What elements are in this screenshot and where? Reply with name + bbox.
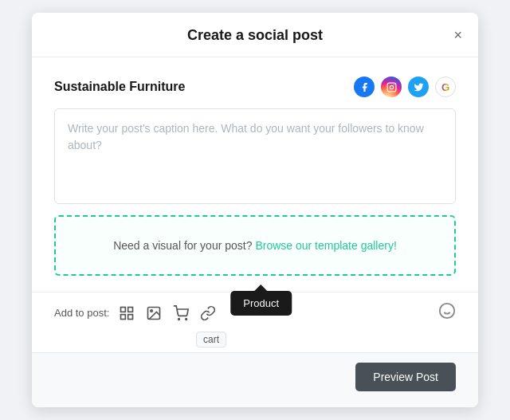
google-g-letter: G xyxy=(441,81,449,93)
modal-header: Create a social post × xyxy=(32,13,478,57)
add-to-post-icons xyxy=(119,305,216,321)
svg-rect-6 xyxy=(128,314,133,319)
cart-tooltip-label: cart xyxy=(196,332,226,347)
close-button[interactable]: × xyxy=(450,25,465,45)
caption-placeholder: Write your post's caption here. What do … xyxy=(68,122,424,151)
layout-grid-icon[interactable] xyxy=(119,305,135,321)
modal-footer: Preview Post xyxy=(32,352,478,407)
svg-rect-0 xyxy=(387,83,396,92)
visual-prompt-text: Need a visual for your post? Browse our … xyxy=(72,239,438,252)
visual-upload-area[interactable]: Need a visual for your post? Browse our … xyxy=(54,215,456,276)
svg-rect-4 xyxy=(128,307,133,312)
add-to-post-left: Add to post: xyxy=(54,305,216,321)
cart-tooltip-row: cart xyxy=(32,332,478,349)
caption-textarea[interactable]: Write your post's caption here. What do … xyxy=(54,108,456,204)
svg-point-10 xyxy=(186,318,187,320)
modal-overlay: Create a social post × Sustainable Furni… xyxy=(0,0,510,420)
emoji-button[interactable] xyxy=(438,302,456,324)
twitter-icon[interactable] xyxy=(408,77,429,97)
google-icon[interactable]: G xyxy=(435,77,456,97)
instagram-icon[interactable] xyxy=(381,77,402,97)
cart-tooltip-wrapper: cart xyxy=(196,332,226,346)
modal-body: Sustainable Furniture G xyxy=(32,57,478,292)
svg-rect-3 xyxy=(121,307,126,312)
brand-name: Sustainable Furniture xyxy=(54,80,185,94)
svg-point-1 xyxy=(390,85,393,88)
modal-title: Create a social post xyxy=(187,27,323,43)
svg-point-2 xyxy=(394,84,394,85)
brand-row: Sustainable Furniture G xyxy=(54,77,456,97)
preview-post-button[interactable]: Preview Post xyxy=(355,363,456,391)
svg-rect-5 xyxy=(121,314,126,319)
visual-prompt-static: Need a visual for your post? xyxy=(113,239,252,252)
create-social-post-modal: Create a social post × Sustainable Furni… xyxy=(32,13,478,407)
product-tooltip: Product xyxy=(230,291,292,316)
social-icons: G xyxy=(354,77,456,97)
svg-point-8 xyxy=(151,309,153,312)
svg-point-11 xyxy=(440,304,454,318)
browse-gallery-link[interactable]: Browse our template gallery! xyxy=(255,239,396,252)
add-to-post-label: Add to post: xyxy=(54,307,109,319)
link-icon[interactable] xyxy=(200,305,216,321)
svg-point-9 xyxy=(178,318,180,320)
image-icon[interactable] xyxy=(146,305,162,321)
cart-icon[interactable] xyxy=(173,305,189,321)
facebook-icon[interactable] xyxy=(354,77,375,97)
